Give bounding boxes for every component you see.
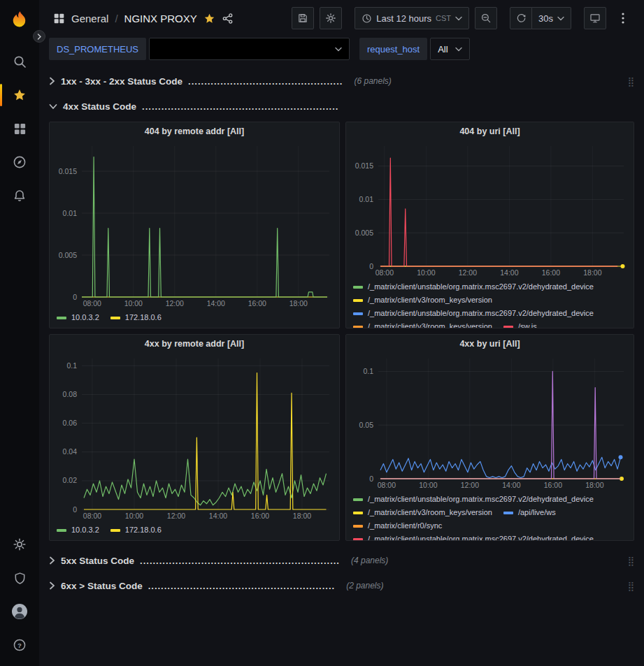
share-icon[interactable] [222, 13, 234, 24]
sidebar-item-help[interactable]: ? [0, 628, 39, 662]
svg-text:0.005: 0.005 [355, 229, 373, 237]
gear-icon [13, 537, 27, 551]
svg-text:18:00: 18:00 [583, 268, 601, 277]
time-series-chart[interactable]: 00.050.108:0010:0012:0014:0016:0018:00 [346, 353, 634, 491]
zoom-out-button[interactable] [475, 7, 497, 29]
legend-item[interactable]: /_matrix/client/unstable/org.matrix.msc2… [353, 280, 594, 294]
panel-4xx-by-remote-addr: 4xx by remote addr [All] 00.020.040.060.… [49, 334, 340, 541]
chevron-down-icon [335, 47, 342, 52]
row-title-dots: ........................................… [140, 556, 340, 566]
sidebar-item-profile[interactable] [0, 595, 39, 628]
svg-text:10:00: 10:00 [124, 299, 143, 307]
legend-item[interactable]: /api/live/ws [503, 506, 556, 519]
row-header-5xx[interactable]: 5xx Status Code ........................… [49, 551, 634, 570]
svg-text:16:00: 16:00 [251, 512, 269, 520]
svg-text:0.1: 0.1 [363, 367, 373, 375]
refresh-button[interactable] [510, 7, 532, 29]
svg-text:0.02: 0.02 [63, 476, 78, 484]
svg-text:18:00: 18:00 [293, 512, 311, 520]
grafana-logo[interactable] [5, 6, 34, 35]
legend-label: /_matrix/client/v3/room_keys/version [368, 320, 492, 328]
legend-item[interactable]: /_matrix/client/unstable/org.matrix.msc2… [353, 493, 594, 506]
avatar [11, 603, 28, 620]
kiosk-mode-button[interactable] [584, 7, 606, 29]
dashboard-settings-button[interactable] [320, 7, 342, 29]
svg-text:12:00: 12:00 [459, 268, 477, 277]
legend-label: 172.18.0.6 [125, 311, 162, 324]
legend-label: /_matrix/client/unstable/org.matrix.msc2… [368, 493, 594, 506]
breadcrumb-separator: / [115, 13, 117, 24]
svg-text:12:00: 12:00 [167, 512, 185, 520]
legend-marker [57, 529, 66, 532]
legend-item[interactable]: /_matrix/client/r0/sync [353, 519, 442, 533]
datasource-select[interactable] [149, 38, 350, 60]
legend-item[interactable]: 10.0.3.2 [57, 311, 99, 324]
row-header-4xx[interactable]: 4xx Status Code ........................… [49, 96, 634, 116]
legend-item[interactable]: /_matrix/client/v3/room_keys/version [353, 320, 492, 328]
row-drag-handle[interactable]: ⣿ [627, 77, 634, 86]
save-dashboard-button[interactable] [292, 7, 314, 29]
legend-marker [353, 498, 363, 501]
legend-label: /api/live/ws [518, 506, 556, 519]
compass-icon [13, 155, 27, 169]
sidebar-item-dashboards[interactable] [0, 112, 39, 145]
sidebar-item-starred[interactable] [0, 78, 39, 112]
svg-text:08:00: 08:00 [375, 268, 394, 277]
time-range-label: Last 12 hours [376, 13, 431, 24]
legend-label: 172.18.0.6 [125, 523, 162, 537]
variable-request-host: request_host All [359, 38, 470, 60]
sidebar-item-alerting[interactable] [0, 179, 39, 212]
chevron-down-icon [49, 103, 57, 110]
time-series-chart[interactable]: 00.020.040.060.080.108:0010:0012:0014:00… [50, 353, 339, 522]
row-drag-handle[interactable]: ⣿ [627, 556, 634, 565]
request-host-select[interactable]: All [430, 38, 469, 60]
panel-title[interactable]: 404 by uri [All] [346, 122, 634, 140]
legend-item[interactable]: /_matrix/client/unstable/org.matrix.msc2… [353, 307, 594, 320]
panel-title[interactable]: 4xx by uri [All] [346, 335, 634, 353]
chevron-down-icon [455, 47, 462, 52]
row-title: 6xx > Status Code [61, 581, 143, 591]
legend-marker [353, 312, 363, 315]
refresh-interval-select[interactable]: 30s [532, 7, 571, 29]
row-header-1xx-3xx-2xx[interactable]: 1xx - 3xx - 2xx Status Code ............… [49, 71, 634, 91]
legend-label: /_matrix/client/unstable/org.matrix.msc2… [368, 533, 594, 540]
dashboard-header: General / NGINX PROXY Last 12 hours [39, 0, 644, 36]
legend-label: /_matrix/client/unstable/org.matrix.msc2… [368, 307, 594, 320]
more-options-icon[interactable] [612, 7, 634, 29]
sidebar-item-security[interactable] [0, 561, 39, 595]
chevron-right-icon [49, 556, 55, 565]
svg-text:14:00: 14:00 [207, 299, 225, 307]
row-header-6xx[interactable]: 6xx > Status Code ......................… [49, 576, 634, 595]
panel-title[interactable]: 404 by remote addr [All] [50, 122, 339, 140]
row-panel-count: (2 panels) [346, 581, 383, 591]
svg-text:16:00: 16:00 [544, 481, 562, 489]
time-series-chart[interactable]: 00.0050.010.01508:0010:0012:0014:0016:00… [50, 140, 339, 310]
sidebar-collapse-toggle[interactable] [33, 30, 45, 43]
svg-text:0: 0 [369, 475, 373, 483]
panel-legend: /_matrix/client/unstable/org.matrix.msc2… [346, 491, 634, 540]
legend-marker [353, 286, 363, 289]
legend-item[interactable]: /_matrix/client/v3/room_keys/version [353, 506, 492, 519]
favorite-star-icon[interactable] [203, 13, 215, 24]
refresh-group: 30s [510, 7, 571, 29]
clock-icon [362, 13, 372, 24]
panel-title[interactable]: 4xx by remote addr [All] [50, 335, 339, 353]
svg-text:10:00: 10:00 [417, 268, 435, 277]
legend-item[interactable]: /sw.js [503, 320, 537, 328]
legend-item[interactable]: /_matrix/client/unstable/org.matrix.msc2… [353, 533, 594, 540]
time-range-picker[interactable]: Last 12 hours CST [355, 7, 469, 29]
row-drag-handle[interactable]: ⣿ [627, 581, 634, 591]
legend-item[interactable]: 172.18.0.6 [110, 311, 162, 324]
breadcrumb-section[interactable]: General [71, 13, 108, 24]
svg-text:08:00: 08:00 [83, 299, 101, 307]
sidebar-item-settings[interactable] [0, 528, 39, 561]
svg-text:0.015: 0.015 [59, 167, 77, 175]
legend-item[interactable]: /_matrix/client/v3/room_keys/version [353, 294, 492, 307]
panel-grid: 404 by remote addr [All] 00.0050.010.015… [49, 122, 634, 541]
sidebar-item-explore[interactable] [0, 145, 39, 179]
sidebar-item-search[interactable] [0, 45, 39, 78]
time-series-chart[interactable]: 00.0050.010.01508:0010:0012:0014:0016:00… [346, 140, 634, 279]
svg-text:08:00: 08:00 [83, 512, 101, 520]
legend-item[interactable]: 172.18.0.6 [110, 523, 162, 537]
legend-item[interactable]: 10.0.3.2 [57, 523, 99, 537]
